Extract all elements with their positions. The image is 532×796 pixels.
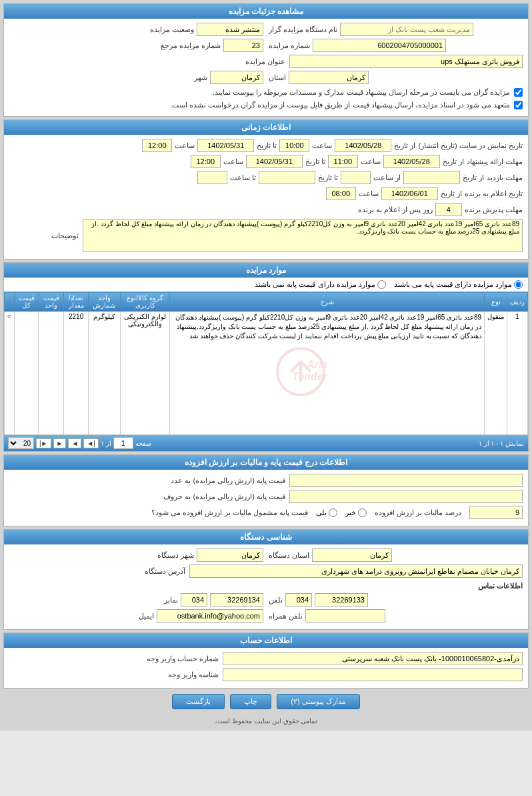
base-price-num-input[interactable] [289,474,523,487]
email-input[interactable] [157,609,263,623]
fax-col: نمابر [9,593,263,607]
vat-no-label[interactable]: خیر [345,508,367,517]
description-cell: 89عدد باتری 65امپر 19عدد باتری 42امپر 20… [173,313,481,433]
winner-days-suffix: روز پس از اعلام به برنده [358,206,433,214]
details-header: مشاهده جزئیات مزایده [4,4,528,19]
proposal-to-date[interactable] [246,155,303,168]
vat-question: قیمت پایه مشمول مالیات بر ارزش افزوده می… [151,508,307,517]
visit-from-time[interactable] [341,171,371,184]
cell-row: 1 [507,312,528,435]
items-header: موارد مزایده [4,263,528,278]
tender-num-col: شماره مزایده [269,39,523,52]
phone-col: تلفن [269,593,523,607]
display-to-date[interactable] [197,139,254,152]
proposal-from-date[interactable] [383,155,440,168]
cell-category: لوازم الکتریکی والکترونیکی [120,312,169,435]
title-input[interactable] [289,55,523,68]
per-page-select[interactable]: 20 50 100 [8,437,34,449]
city-input[interactable] [210,71,263,84]
org-city-input[interactable] [197,548,263,562]
display-from-date[interactable] [335,139,391,152]
ref-number-input[interactable] [223,39,263,52]
visit-to-date[interactable] [259,171,315,184]
cell-qty: 2210 [64,312,89,435]
org-address-input[interactable] [189,564,523,578]
watermark: Aria Tender [274,342,381,404]
documents-button[interactable]: مدارک پیوستی (۲) [277,694,359,709]
sheba-label: شناسه واریز وجه [168,671,219,679]
winner-days-label: مهلت پذیرش برنده [465,206,523,214]
proposal-to-time[interactable] [191,155,221,168]
sheba-input[interactable] [223,668,523,681]
col-unit: واحد شمارش [89,292,121,312]
org-location-row: استان دستگاه شهر دستگاه [9,548,523,562]
proposal-from-time[interactable] [328,155,358,168]
visit-to-time[interactable] [197,171,227,184]
note1-row: مزایده گران می بایست در مرحله ارسال پیشن… [9,87,523,98]
winner-date-input[interactable] [381,187,438,200]
visit-date-label: مهلت بازدید [487,173,523,182]
status-col: وضعیت مزایده [9,23,263,36]
items-option2-label[interactable]: موارد مزایده دارای قیمت پایه نمی باشند [255,280,385,289]
winner-days-input[interactable] [435,203,462,216]
display-to-time[interactable] [142,139,172,152]
account-section: اطلاعات حساب شماره حساب واریز وجه شناسه … [3,633,529,689]
email-label: ایمیل [139,612,154,621]
items-option1-radio[interactable] [514,280,523,289]
items-table-container: ردیف نوع شرح گروه کالا/نوع کاربری واحد ش… [4,292,528,435]
winner-days-row: مهلت پذیرش برنده روز پس از اعلام به برند… [9,203,523,216]
org-name-input[interactable] [340,23,473,36]
items-option2-radio[interactable] [377,280,386,289]
winner-date-label: تاریخ اعلام به برنده [465,189,523,198]
status-input[interactable] [197,23,263,36]
org-info-section: شناسی دستگاه استان دستگاه شهر دستگاه آدر… [3,529,529,630]
description-label: توضیحات [51,232,79,240]
back-button[interactable]: بازگشت [172,694,225,709]
vat-no-radio[interactable] [358,508,367,517]
account-num-input[interactable] [223,652,523,665]
org-city-col: شهر دستگاه [9,548,263,562]
tender-number-input[interactable] [313,39,446,52]
print-button[interactable]: چاپ [230,694,271,709]
vat-yes-label[interactable]: بلی [316,508,337,517]
cell-action[interactable]: > [5,312,15,435]
phone-code-input[interactable] [285,593,312,607]
vat-yes-radio[interactable] [329,508,337,517]
next-page-btn[interactable]: ► [53,438,67,448]
pagination-bar: نمایش ۱ - ۱ از ۱ صفحه از ۱ |◄ ◄ ► ►| 20 … [4,435,528,451]
desc-text: 89عدد باتری 65امپر 19عدد باتری 42امپر 20… [173,313,481,341]
display-date-label: تاریخ نمایش در سایت (تاریخ انتشار) [418,141,523,150]
phone-input[interactable] [315,593,368,607]
button-row: مدارک پیوستی (۲) چاپ بازگشت [3,694,529,709]
col-category: گروه کالا/نوع کاربری [120,292,169,312]
mobile-input[interactable] [305,609,385,623]
display-date-row: تاریخ نمایش در سایت (تاریخ انتشار) از تا… [9,139,523,152]
last-page-btn[interactable]: ►| [36,438,51,448]
page-range: نمایش ۱ - ۱ از ۱ [479,440,524,447]
winner-time-input[interactable] [326,187,356,200]
ref-number-label: شماره مزایده مرجع [161,41,221,50]
base-price-text-input[interactable] [289,490,523,503]
note1-checkbox[interactable] [514,88,523,97]
note2-checkbox[interactable] [514,101,523,109]
title-label: عنوان مزایده [245,57,285,66]
svg-point-0 [277,348,324,395]
fax-code-input[interactable] [181,593,207,607]
watermark-logo-svg: Aria Tender [274,342,381,402]
note2-text: متعهد می شود در اسناد مزایده، ارسال پیشن… [170,101,510,109]
first-page-btn[interactable]: |◄ [83,438,99,448]
fax-input[interactable] [210,593,263,607]
description-textarea[interactable]: 89عدد باتری 65امپر 19عدد باتری 42امپر 20… [83,219,523,252]
email-col: ایمیل [9,609,263,623]
prev-page-btn[interactable]: ◄ [68,438,81,448]
base-price-text-row: قیمت پایه (ارزش ریالی مزایده) به حروف [9,490,523,503]
cell-unit-price [39,312,64,435]
visit-from-date[interactable] [403,171,460,184]
org-province-input[interactable] [312,548,392,562]
vat-percent-input[interactable] [469,506,523,519]
display-from-time[interactable] [279,139,309,152]
page-label: صفحه [135,440,151,447]
page-number-input[interactable] [113,437,133,449]
province-input[interactable] [289,71,369,84]
items-option1-label[interactable]: موارد مزایده دارای قیمت پایه می باشند [394,280,523,289]
